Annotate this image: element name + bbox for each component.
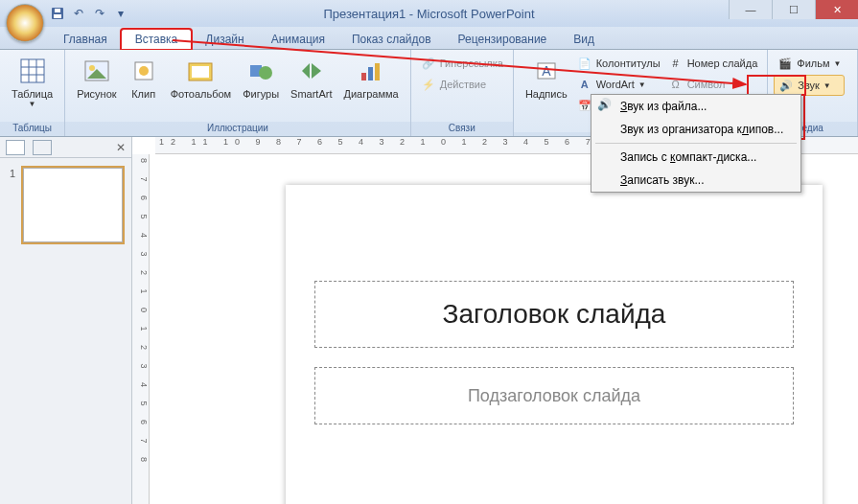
menuitem-sound-from-file[interactable]: 🔊 Звук из файла... [591,95,800,118]
ribbon-tabs: Главная Вставка Дизайн Анимация Показ сл… [0,27,858,50]
slide-thumbnail[interactable] [23,168,123,242]
tab-slideshow[interactable]: Показ слайдов [338,30,445,49]
action-label: Действие [440,79,486,90]
tab-animation[interactable]: Анимация [258,30,338,49]
table-label: Таблица [12,88,53,100]
photoalbum-button[interactable]: Фотоальбом [165,54,238,102]
symbol-label: Символ [687,79,726,90]
svg-marker-17 [302,63,310,79]
chart-icon [356,56,386,86]
clip-icon [128,56,159,86]
panel-tabs: ✕ [0,137,131,158]
shapes-icon [245,56,276,86]
group-illustrations: Рисунок Клип Фотоальбом Фигуры SmartArt … [65,50,411,136]
title-placeholder-text: Заголовок слайда [443,299,666,330]
chart-button[interactable]: Диаграмма [338,54,405,102]
svg-rect-14 [192,66,209,78]
redo-icon[interactable]: ↷ [92,6,107,21]
svg-point-16 [259,66,272,80]
svg-text:A: A [542,63,551,79]
chevron-down-icon: ▼ [29,100,36,108]
panel-close-icon[interactable]: ✕ [116,141,126,154]
wordart-label: WordArt [596,79,635,90]
textbox-button[interactable]: A Надпись [520,54,573,102]
svg-rect-3 [21,59,44,82]
slides-panel: ✕ 1 [0,137,132,504]
sound-from-cd-label: Запись с компакт-диска... [620,150,756,164]
wordart-icon: A [577,77,592,92]
slide-canvas[interactable]: Заголовок слайда Подзаголовок слайда [286,185,823,504]
window-controls: — ☐ ✕ [729,0,858,19]
close-button[interactable]: ✕ [815,0,858,19]
quick-access-toolbar: ↶ ↷ ▾ [50,6,128,21]
hyperlink-button[interactable]: 🔗 Гиперссылка [417,54,507,73]
panel-tab-slides[interactable] [6,140,25,155]
wordart-button[interactable]: A WordArt ▼ [573,75,664,94]
svg-point-9 [89,65,95,71]
hyperlink-icon: 🔗 [421,56,436,71]
menuitem-sound-from-clip[interactable]: Звук из организатора клипов... [591,118,800,141]
slidenumber-label: Номер слайда [687,57,758,69]
clip-label: Клип [131,88,155,100]
tab-insert[interactable]: Вставка [121,29,193,50]
clip-button[interactable]: Клип [123,54,165,102]
vertical-ruler: 8 7 6 5 4 3 2 1 0 1 2 3 4 5 6 7 8 [132,154,150,504]
menuitem-record-sound[interactable]: Записать звук... [591,169,800,192]
slidenumber-button[interactable]: # Номер слайда [664,54,762,73]
save-icon[interactable] [50,6,65,21]
undo-icon[interactable]: ↶ [71,6,86,21]
picture-button[interactable]: Рисунок [71,54,123,102]
title-placeholder[interactable]: Заголовок слайда [314,281,794,348]
table-icon [17,56,48,86]
photoalbum-icon [185,56,216,86]
svg-marker-18 [312,63,321,79]
textbox-icon: A [531,56,562,86]
office-button[interactable] [6,4,44,42]
headerfooter-label: Колонтитулы [596,57,661,69]
panel-tab-outline[interactable] [33,140,52,155]
chart-label: Диаграмма [344,88,399,100]
movie-button[interactable]: 🎬 Фильм ▼ [774,54,845,73]
symbol-button[interactable]: Ω Символ [664,75,762,94]
sound-button[interactable]: 🔊 Звук ▼ [774,75,845,96]
tab-design[interactable]: Дизайн [192,30,257,49]
shapes-label: Фигуры [243,88,279,100]
window-title: Презентация1 - Microsoft PowerPoint [323,7,534,21]
svg-rect-1 [54,14,61,18]
group-links-label: Связи [411,122,513,136]
tab-home[interactable]: Главная [50,30,121,49]
sound-file-icon: 🔊 [597,98,613,113]
headerfooter-button[interactable]: 📄 Колонтитулы [573,54,664,73]
minimize-button[interactable]: — [729,0,772,19]
menuitem-sound-from-cd[interactable]: Запись с компакт-диска... [591,146,800,169]
symbol-icon: Ω [668,77,684,92]
slidenumber-icon: # [668,56,684,71]
sound-from-clip-label: Звук из организатора клипов... [620,123,783,136]
svg-point-12 [139,66,149,76]
group-illustrations-label: Иллюстрации [65,122,410,136]
subtitle-placeholder[interactable]: Подзаголовок слайда [314,367,794,424]
svg-rect-2 [55,9,60,12]
picture-icon [81,56,112,86]
hyperlink-label: Гиперссылка [440,57,503,69]
group-tables: Таблица ▼ Таблицы [0,50,65,136]
smartart-button[interactable]: SmartArt [285,54,337,102]
group-links: 🔗 Гиперссылка ⚡ Действие Связи [411,50,514,136]
thumbnail-list: 1 [0,158,131,252]
textbox-label: Надпись [525,88,568,100]
group-tables-label: Таблицы [0,122,64,136]
chevron-down-icon: ▼ [834,59,842,68]
table-button[interactable]: Таблица ▼ [6,54,58,110]
qat-dropdown-icon[interactable]: ▾ [113,6,128,21]
headerfooter-icon: 📄 [577,56,592,71]
action-button[interactable]: ⚡ Действие [417,75,507,94]
svg-rect-20 [368,67,373,80]
tab-view[interactable]: Вид [560,30,608,49]
smartart-label: SmartArt [290,88,332,100]
maximize-button[interactable]: ☐ [772,0,815,19]
tab-review[interactable]: Рецензирование [445,30,561,49]
svg-rect-19 [361,73,366,80]
menu-separator [595,143,797,144]
shapes-button[interactable]: Фигуры [237,54,285,102]
picture-label: Рисунок [77,88,117,100]
